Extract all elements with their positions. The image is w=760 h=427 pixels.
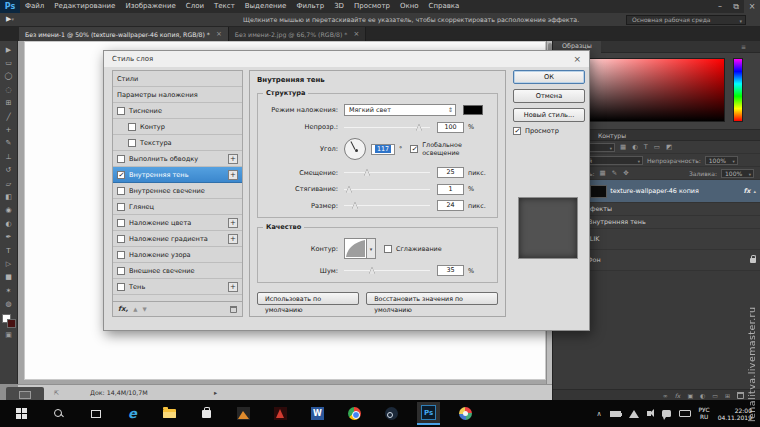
- filter-shape-layers-icon[interactable]: ▭: [653, 143, 661, 151]
- texture-thumbnail[interactable]: [590, 185, 607, 198]
- size-input[interactable]: 24: [437, 200, 464, 211]
- styles-item-pattern-overlay[interactable]: Наложение узора: [113, 247, 242, 263]
- menu-file[interactable]: Файл: [20, 0, 49, 13]
- angle-input[interactable]: 117: [371, 144, 395, 155]
- brush-tool-icon[interactable]: ✎: [1, 137, 17, 150]
- styles-item-bevel[interactable]: Тиснение: [113, 103, 242, 119]
- styles-item-gradient-overlay[interactable]: Наложение градиента+: [113, 231, 242, 247]
- checkbox-checked[interactable]: ✓: [117, 171, 125, 179]
- lock-transparency-icon[interactable]: ▦: [599, 169, 607, 177]
- shape-tool-icon[interactable]: ■: [1, 271, 17, 284]
- checkbox[interactable]: [117, 203, 125, 211]
- menu-type[interactable]: Текст: [209, 0, 240, 13]
- document-tab-2[interactable]: Без имени-2.jpg @ 66,7% (RGB/8) * ×: [229, 27, 366, 41]
- menu-filter[interactable]: Фильтр: [291, 0, 329, 13]
- layer-style-icon[interactable]: fx: [675, 392, 681, 399]
- checkbox[interactable]: [117, 187, 125, 195]
- styles-item-styles[interactable]: Стили: [113, 71, 242, 87]
- tab-paths[interactable]: Контуры: [598, 132, 626, 139]
- language-indicator[interactable]: РУС RU: [699, 407, 710, 420]
- export-icon[interactable]: ⇱: [54, 389, 59, 396]
- eraser-tool-icon[interactable]: ▱: [1, 177, 17, 190]
- styles-item-contour[interactable]: Контур: [113, 119, 242, 135]
- panel-menu-icon[interactable]: ≡: [741, 43, 760, 50]
- minimize-button[interactable]: –: [712, 0, 728, 13]
- quick-selection-tool-icon[interactable]: ◌: [1, 83, 17, 96]
- lasso-tool-icon[interactable]: ◯: [1, 70, 17, 83]
- contour-picker-arrow-icon[interactable]: ▾: [367, 238, 376, 259]
- dodge-tool-icon[interactable]: ◐: [1, 217, 17, 230]
- add-effect-icon[interactable]: +: [228, 170, 238, 180]
- dialog-title-bar[interactable]: Стиль слоя ×: [104, 51, 589, 67]
- styles-item-drop-shadow[interactable]: Тень+: [113, 279, 242, 295]
- styles-item-inner-glow[interactable]: Внутреннее свечение: [113, 183, 242, 199]
- gradient-tool-icon[interactable]: ◧: [1, 190, 17, 203]
- filter-pixel-layers-icon[interactable]: ▦: [619, 143, 627, 151]
- restore-button[interactable]: ⧉: [728, 0, 744, 13]
- checkbox[interactable]: [128, 139, 136, 147]
- taskbar-store[interactable]: [195, 402, 218, 425]
- checkbox[interactable]: [128, 123, 136, 131]
- delete-layer-icon[interactable]: [737, 392, 744, 399]
- noise-input[interactable]: 35: [437, 265, 464, 276]
- filter-type-layers-icon[interactable]: T: [643, 143, 649, 151]
- battery-icon[interactable]: [610, 411, 621, 417]
- layer-opacity-dropdown[interactable]: 100%▾: [705, 156, 738, 165]
- antialias-checkbox[interactable]: [384, 245, 392, 253]
- add-effect-icon[interactable]: +: [228, 154, 238, 164]
- add-effect-icon[interactable]: +: [228, 218, 238, 228]
- menu-layers[interactable]: Слои: [181, 0, 209, 13]
- contour-thumbnail[interactable]: [344, 238, 367, 259]
- move-down-icon[interactable]: ▼: [142, 306, 146, 312]
- volume-icon[interactable]: [647, 411, 651, 416]
- menu-view[interactable]: Просмотр: [349, 0, 395, 13]
- checkbox[interactable]: [117, 219, 125, 227]
- pen-tool-icon[interactable]: ✒: [1, 230, 17, 243]
- global-light-checkbox[interactable]: ✓: [410, 145, 418, 153]
- opacity-input[interactable]: 100: [437, 122, 464, 133]
- hand-tool-icon[interactable]: ✶: [1, 284, 17, 297]
- menu-help[interactable]: Справка: [424, 0, 465, 13]
- distance-slider[interactable]: [344, 168, 430, 177]
- styles-item-color-overlay[interactable]: Наложение цвета+: [113, 215, 242, 231]
- close-tab-icon[interactable]: ×: [216, 30, 222, 38]
- taskbar-paint-app[interactable]: [454, 402, 477, 425]
- blur-tool-icon[interactable]: ◉: [1, 204, 17, 217]
- move-up-icon[interactable]: ▲: [133, 306, 137, 312]
- wifi-icon[interactable]: [629, 410, 639, 418]
- tray-expand-icon[interactable]: ∧: [596, 410, 601, 418]
- path-selection-tool-icon[interactable]: ▷: [1, 257, 17, 270]
- cancel-button[interactable]: Отмена: [513, 89, 585, 103]
- taskbar-chrome[interactable]: [343, 402, 366, 425]
- link-layers-icon[interactable]: ∞: [663, 392, 668, 399]
- taskbar-photos[interactable]: [232, 402, 255, 425]
- taskbar-word[interactable]: W: [306, 402, 329, 425]
- styles-item-stroke[interactable]: Выполнить обводку+: [113, 151, 242, 167]
- hue-strip[interactable]: [733, 58, 743, 122]
- taskbar-search-button[interactable]: [47, 402, 70, 425]
- lock-pixels-icon[interactable]: ✎: [611, 169, 618, 177]
- document-tab-1[interactable]: Без имени-1 @ 50% (texture-wallpaper-46 …: [19, 27, 229, 41]
- distance-input[interactable]: 25: [437, 167, 464, 178]
- size-slider[interactable]: [344, 201, 430, 210]
- filter-adjustment-layers-icon[interactable]: ◐: [631, 143, 639, 151]
- menu-select[interactable]: Выделение: [240, 0, 292, 13]
- angle-dial[interactable]: [344, 138, 366, 160]
- delete-effect-icon[interactable]: [230, 306, 237, 313]
- add-effect-icon[interactable]: +: [228, 282, 238, 292]
- adjustment-layer-icon[interactable]: ◐: [700, 392, 705, 399]
- start-button[interactable]: [10, 402, 33, 425]
- taskbar-adobe-app[interactable]: [269, 402, 292, 425]
- new-group-icon[interactable]: ▭: [712, 392, 718, 399]
- layer-name[interactable]: texture-wallpaper-46 копия: [610, 187, 699, 195]
- notifications-icon[interactable]: [662, 410, 671, 417]
- reset-default-button[interactable]: Восстановить значения по умолчанию: [366, 292, 498, 305]
- dialog-close-icon[interactable]: ×: [573, 55, 581, 64]
- healing-brush-tool-icon[interactable]: +: [1, 123, 17, 136]
- opacity-slider[interactable]: [344, 123, 430, 132]
- checkbox[interactable]: [117, 251, 125, 259]
- close-button[interactable]: ×: [744, 0, 760, 13]
- checkbox[interactable]: [117, 235, 125, 243]
- styles-item-outer-glow[interactable]: Внешнее свечение: [113, 263, 242, 279]
- status-popup-arrow-icon[interactable]: ▸: [214, 389, 217, 396]
